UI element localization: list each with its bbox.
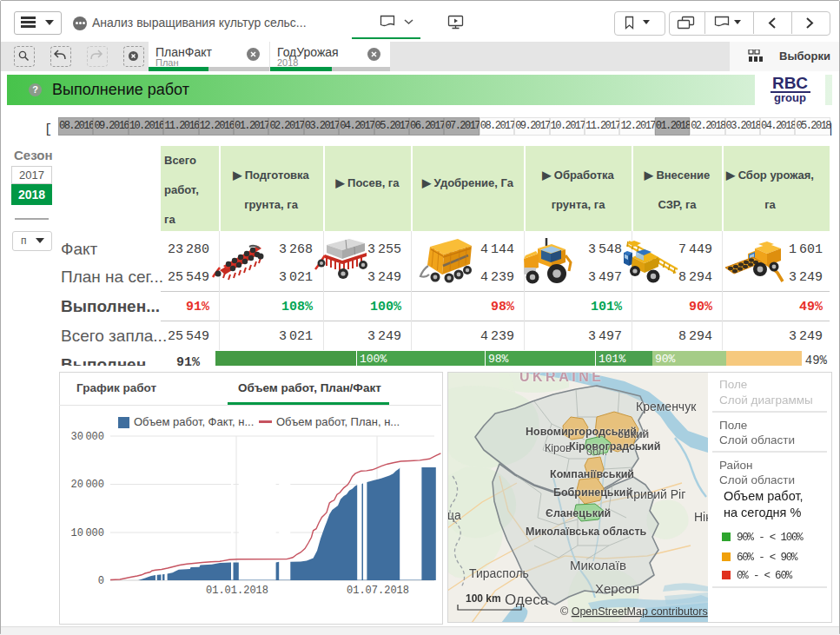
svg-text:Кривий Ріг: Кривий Ріг <box>626 487 685 501</box>
svg-text:Поле: Поле <box>719 419 747 432</box>
svg-text:Кіровоградський: Кіровоградський <box>569 440 660 453</box>
svg-text:Слой области: Слой области <box>719 433 795 446</box>
svg-text:ський: ський <box>618 428 649 440</box>
svg-text:60% - < 90%: 60% - < 90% <box>737 552 798 564</box>
svg-text:0% - < 60%: 0% - < 60% <box>737 570 793 582</box>
svg-text:Миколаїв: Миколаїв <box>570 558 626 572</box>
svg-text:Херсон: Херсон <box>595 581 639 596</box>
svg-text:100 km: 100 km <box>466 592 501 605</box>
svg-text:Слой диаграммы: Слой диаграммы <box>719 394 813 407</box>
svg-text:UKRAINE: UKRAINE <box>519 372 604 384</box>
svg-text:на сегодня %: на сегодня % <box>724 506 801 519</box>
svg-text:Компаніївський: Компаніївський <box>550 468 634 480</box>
svg-text:Район: Район <box>719 459 753 472</box>
svg-text:Одеса: Одеса <box>505 592 549 608</box>
svg-text:Кременчук: Кременчук <box>636 400 697 413</box>
svg-text:Слой области: Слой области <box>719 473 795 486</box>
svg-text:90% - < 100%: 90% - < 100% <box>737 532 804 544</box>
svg-text:© OpenStreetMap contributors: © OpenStreetMap contributors <box>560 605 708 618</box>
svg-text:Поле: Поле <box>719 378 747 391</box>
svg-text:Єланецький: Єланецький <box>546 507 611 519</box>
svg-text:Кіров: Кіров <box>545 442 572 454</box>
svg-text:обл.: обл. <box>586 446 607 458</box>
svg-text:Бобринецький: Бобринецький <box>553 486 632 499</box>
svg-text:Тирасполь: Тирасполь <box>469 566 529 580</box>
svg-text:Объем работ,: Объем работ, <box>724 489 803 503</box>
svg-text:Миколаївська область: Миколаївська область <box>526 526 647 538</box>
